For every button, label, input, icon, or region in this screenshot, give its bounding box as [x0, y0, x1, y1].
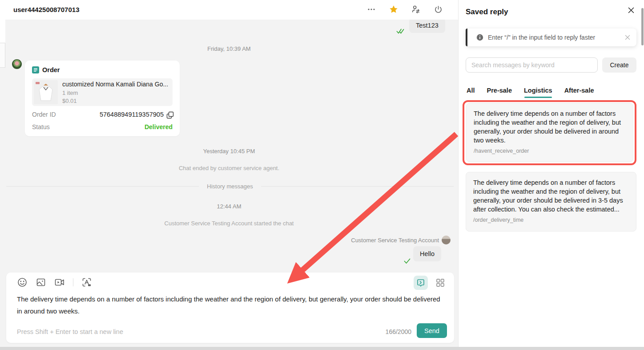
product-item-count: 1 item [62, 90, 78, 96]
saved-reply-toggle[interactable] [414, 276, 428, 290]
timestamp: Friday, 10:39 AM [0, 45, 458, 52]
saved-reply-item[interactable]: The delivery time depends on a number of… [466, 172, 636, 232]
tab-all[interactable]: All [467, 87, 475, 98]
message-input[interactable]: The delivery time depends on a number of… [17, 293, 440, 317]
chat-ended-notice: Chat ended by customer service agent. [0, 165, 458, 171]
composer-hint: Press Shift + Enter to start a new line [17, 328, 123, 335]
more-options-icon[interactable] [366, 4, 376, 14]
star-icon[interactable] [389, 4, 398, 14]
double-check-icon [396, 28, 405, 34]
customer-avatar [12, 59, 22, 69]
status-value: Delivered [145, 123, 173, 130]
saved-reply-item[interactable]: The delivery time depends on a number of… [466, 103, 633, 162]
product-title: customized Norma Kamali Diana Go... [62, 81, 170, 88]
timestamp: Yesterday 10:45 PM [0, 148, 458, 155]
send-button[interactable]: Send [417, 323, 447, 338]
char-counter: 166/2000 [386, 328, 411, 335]
message-bubble-outgoing: Hello [413, 246, 441, 261]
create-button[interactable]: Create [602, 57, 636, 73]
copy-icon[interactable] [166, 111, 174, 119]
history-messages-divider: History messages [6, 183, 454, 190]
toolbar-divider [73, 278, 73, 286]
tab-logistics[interactable]: Logistics [524, 87, 552, 98]
chat-started-notice: Customer Service Testing Account started… [0, 220, 458, 227]
order-icon [32, 66, 39, 73]
search-input[interactable] [466, 57, 598, 73]
saved-reply-panel: Saved reply Enter “/” in the input field… [458, 0, 644, 350]
dismiss-tip-icon[interactable] [625, 35, 630, 40]
history-divider-label: History messages [207, 183, 253, 190]
reply-category-tabs: All Pre-sale Logistics After-sale [467, 87, 594, 98]
toast-accent-bar [466, 28, 467, 46]
end-chat-power-icon[interactable] [433, 4, 443, 14]
panel-title: Saved reply [466, 8, 508, 16]
image-icon[interactable] [36, 277, 46, 288]
order-card-title: Order [42, 66, 60, 73]
status-label: Status [32, 123, 50, 130]
tip-toast: Enter “/” in the input field to reply fa… [466, 28, 636, 46]
tab-after-sale[interactable]: After-sale [564, 87, 594, 98]
info-icon [476, 34, 483, 41]
saved-reply-shortcut: /order_delivery_time [473, 217, 629, 223]
chat-username: user44425008707013 [13, 6, 79, 13]
video-icon[interactable] [54, 277, 65, 288]
product-summary: customized Norma Kamali Diana Go... 1 it… [32, 78, 173, 106]
translate-icon[interactable] [81, 277, 92, 288]
chat-header: user44425008707013 [0, 0, 458, 20]
timestamp: 12:44 AM [0, 203, 458, 210]
product-price: $0.01 [62, 98, 77, 104]
saved-reply-shortcut: /havent_receive_order [474, 148, 626, 154]
left-panel-edge [0, 20, 5, 43]
product-image [34, 80, 58, 104]
order-id-label: Order ID [32, 111, 56, 118]
saved-reply-text: The delivery time depends on a number of… [474, 109, 626, 145]
agent-name-label: Customer Service Testing Account [249, 237, 439, 244]
window-bottom-edge [0, 347, 644, 350]
transfer-chat-icon[interactable] [411, 4, 421, 14]
apps-grid-icon[interactable] [435, 277, 446, 288]
saved-reply-text: The delivery time depends on a number of… [473, 178, 629, 214]
scrollbar-thumb[interactable] [641, 8, 644, 45]
tab-pre-sale[interactable]: Pre-sale [487, 87, 512, 98]
agent-avatar [442, 236, 451, 244]
chat-panel: user44425008707013 [0, 0, 458, 350]
message-composer: The delivery time depends on a number of… [6, 273, 454, 343]
close-icon[interactable] [628, 7, 636, 15]
tip-text: Enter “/” in the input field to reply fa… [488, 34, 625, 41]
customer-service-app: user44425008707013 [0, 0, 644, 350]
check-icon [404, 258, 411, 264]
order-id-value: 576488949119357905 [100, 111, 164, 118]
order-card: Order customized Norma Kamali Diana Go..… [25, 61, 180, 136]
message-bubble-outgoing: Test123 [409, 18, 445, 33]
emoji-icon[interactable] [17, 277, 28, 288]
